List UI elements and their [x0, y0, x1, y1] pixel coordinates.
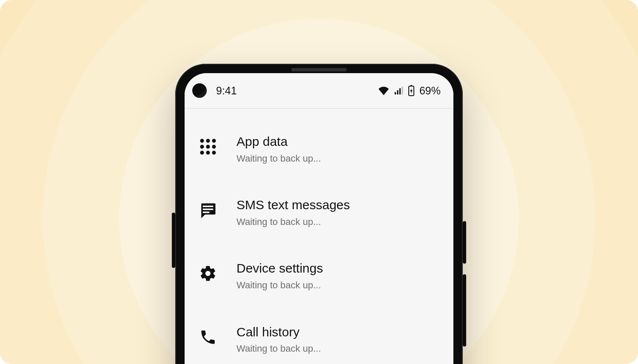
list-item[interactable]: Device settings Waiting to back up... — [189, 254, 449, 318]
phone-side-button-right-top — [463, 221, 466, 264]
phone-earpiece — [291, 68, 347, 71]
svg-point-9 — [200, 145, 204, 148]
status-bar: 9:41 — [185, 73, 453, 108]
battery-icon — [408, 85, 414, 96]
svg-point-8 — [212, 139, 216, 142]
svg-rect-0 — [395, 92, 396, 95]
svg-rect-2 — [399, 88, 401, 95]
svg-rect-3 — [402, 87, 403, 94]
svg-point-13 — [206, 151, 210, 154]
camera-punch-hole — [192, 83, 207, 98]
list-item-title: App data — [236, 134, 440, 150]
svg-point-14 — [212, 151, 216, 154]
wifi-icon — [379, 85, 389, 96]
svg-point-7 — [206, 139, 210, 142]
list-item[interactable]: App data Waiting to back up... — [189, 128, 449, 191]
svg-point-11 — [212, 145, 216, 148]
svg-rect-1 — [397, 90, 398, 94]
settings-icon — [198, 260, 218, 282]
message-icon — [198, 197, 218, 219]
signal-icon — [394, 86, 403, 95]
phone-frame: 9:41 — [175, 64, 463, 364]
list-item-subtitle: Waiting to back up... — [236, 279, 440, 292]
phone-icon — [198, 324, 218, 346]
list-item-title: Device settings — [236, 260, 440, 276]
phone-screen: 9:41 — [185, 73, 453, 364]
list-item-subtitle: Waiting to back up... — [236, 342, 440, 355]
backup-list: App data Waiting to back up... SMS text … — [185, 109, 453, 364]
apps-icon — [198, 134, 218, 156]
phone-side-button-left — [172, 213, 175, 268]
list-item[interactable]: Call history Waiting to back up... — [189, 318, 449, 364]
list-item-title: SMS text messages — [236, 197, 440, 213]
svg-point-10 — [206, 145, 210, 148]
status-time: 9:41 — [216, 85, 237, 97]
svg-point-6 — [200, 139, 204, 142]
battery-percent: 69% — [419, 85, 441, 97]
artwork-canvas: 9:41 — [0, 0, 638, 364]
list-item-title: Call history — [236, 324, 440, 340]
phone-side-button-right-bottom — [463, 274, 466, 347]
list-item[interactable]: SMS text messages Waiting to back up... — [189, 191, 449, 254]
svg-point-12 — [200, 151, 204, 154]
list-item-subtitle: Waiting to back up... — [236, 216, 440, 228]
list-item-subtitle: Waiting to back up... — [236, 152, 440, 165]
